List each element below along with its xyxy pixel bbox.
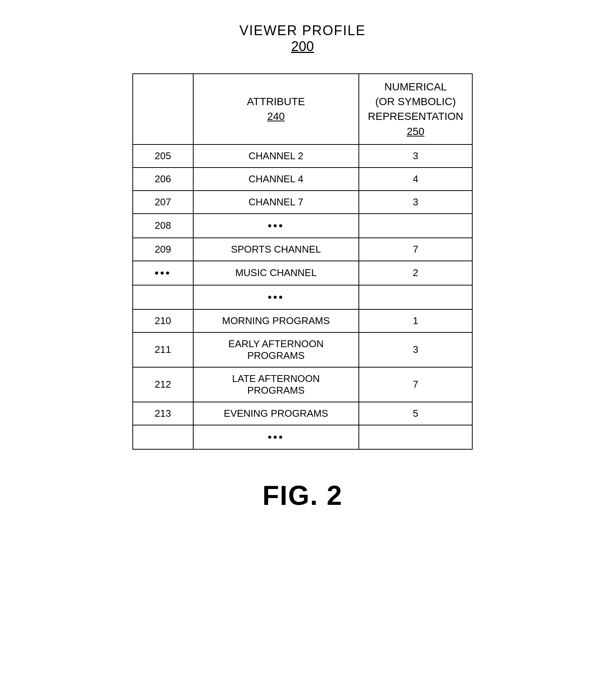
num-header-line2: (OR SYMBOLIC) xyxy=(375,96,456,107)
row-id: 212 xyxy=(133,367,193,402)
table-row: 206CHANNEL 44 xyxy=(133,168,472,191)
row-value: 2 xyxy=(359,261,472,285)
table-row: ••• xyxy=(133,425,472,449)
row-value xyxy=(359,425,472,449)
row-attribute: MUSIC CHANNEL xyxy=(193,261,359,285)
title-label: VIEWER PROFILE xyxy=(239,23,366,38)
row-attribute: ••• xyxy=(193,214,359,238)
table-row: 212LATE AFTERNOONPROGRAMS7 xyxy=(133,367,472,402)
attr-header-number: 240 xyxy=(267,110,285,122)
row-attribute: EVENING PROGRAMS xyxy=(193,402,359,425)
title-number: 200 xyxy=(239,39,366,54)
row-id: 207 xyxy=(133,191,193,214)
row-attribute: MORNING PROGRAMS xyxy=(193,309,359,332)
row-attribute: CHANNEL 7 xyxy=(193,191,359,214)
row-value: 3 xyxy=(359,332,472,367)
row-attribute: ••• xyxy=(193,285,359,309)
row-value: 1 xyxy=(359,309,472,332)
row-value: 5 xyxy=(359,402,472,425)
num-header-line1: NUMERICAL xyxy=(385,81,447,93)
row-id: 206 xyxy=(133,168,193,191)
row-value xyxy=(359,285,472,309)
row-id: 211 xyxy=(133,332,193,367)
row-attribute: ••• xyxy=(193,425,359,449)
row-id: 210 xyxy=(133,309,193,332)
row-attribute: CHANNEL 2 xyxy=(193,144,359,168)
row-id: 213 xyxy=(133,402,193,425)
header-attribute: ATTRIBUTE 240 xyxy=(193,74,359,144)
row-value: 7 xyxy=(359,367,472,402)
table-row: 211EARLY AFTERNOONPROGRAMS3 xyxy=(133,332,472,367)
table-row: •••MUSIC CHANNEL2 xyxy=(133,261,472,285)
header-id xyxy=(133,74,193,144)
row-id xyxy=(133,285,193,309)
page-title: VIEWER PROFILE 200 xyxy=(239,23,366,54)
num-header-line3: REPRESENTATION xyxy=(368,110,464,122)
row-id: ••• xyxy=(133,261,193,285)
attr-header-label: ATTRIBUTE xyxy=(247,96,305,107)
figure-caption: FIG. 2 xyxy=(262,480,343,511)
row-value xyxy=(359,214,472,238)
row-attribute: LATE AFTERNOONPROGRAMS xyxy=(193,367,359,402)
row-value: 3 xyxy=(359,191,472,214)
num-header-number: 250 xyxy=(407,126,425,137)
row-id: 205 xyxy=(133,144,193,168)
row-attribute: SPORTS CHANNEL xyxy=(193,238,359,261)
table-row: 205CHANNEL 23 xyxy=(133,144,472,168)
header-numerical: NUMERICAL (OR SYMBOLIC) REPRESENTATION 2… xyxy=(359,74,472,144)
table-row: 207CHANNEL 73 xyxy=(133,191,472,214)
table-wrapper: ATTRIBUTE 240 NUMERICAL (OR SYMBOLIC) RE… xyxy=(132,73,473,450)
row-value: 4 xyxy=(359,168,472,191)
viewer-profile-table: ATTRIBUTE 240 NUMERICAL (OR SYMBOLIC) RE… xyxy=(132,73,473,450)
table-row: 210MORNING PROGRAMS1 xyxy=(133,309,472,332)
row-attribute: CHANNEL 4 xyxy=(193,168,359,191)
row-value: 7 xyxy=(359,238,472,261)
row-id: 209 xyxy=(133,238,193,261)
row-id xyxy=(133,425,193,449)
row-id: 208 xyxy=(133,214,193,238)
row-attribute: EARLY AFTERNOONPROGRAMS xyxy=(193,332,359,367)
table-row: ••• xyxy=(133,285,472,309)
table-row: 213EVENING PROGRAMS5 xyxy=(133,402,472,425)
table-row: 208••• xyxy=(133,214,472,238)
row-value: 3 xyxy=(359,144,472,168)
table-row: 209SPORTS CHANNEL7 xyxy=(133,238,472,261)
